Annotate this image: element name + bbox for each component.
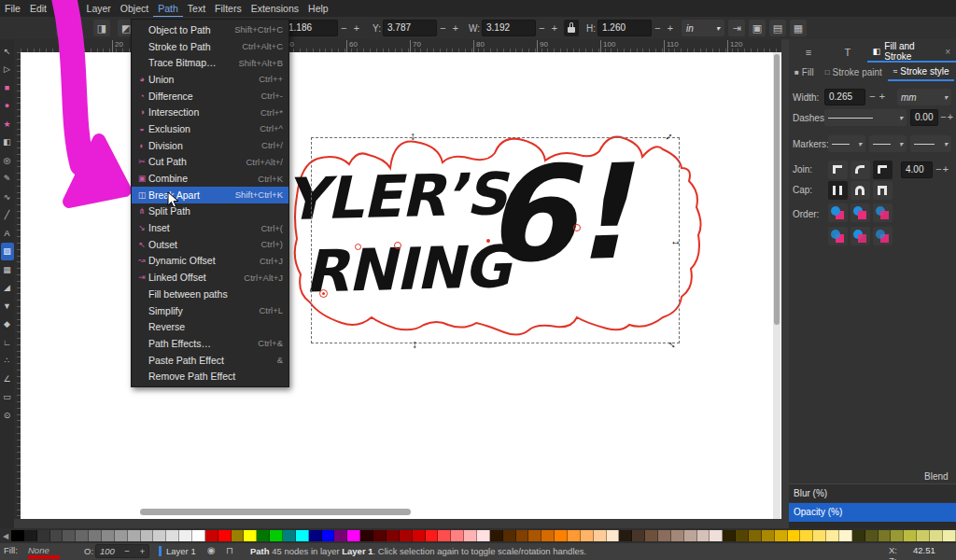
palette-swatch[interactable] — [943, 530, 956, 541]
palette-swatch[interactable] — [541, 530, 555, 541]
palette-swatch[interactable] — [619, 530, 632, 541]
palette-swatch[interactable] — [904, 530, 917, 541]
width-unit-dropdown[interactable]: mm▾ — [897, 89, 951, 105]
opacity-control[interactable]: Opacity (%) — [789, 503, 956, 522]
connector-tool-icon[interactable]: ∟ — [1, 333, 14, 352]
width-stepper[interactable]: −+ — [869, 91, 889, 102]
node-tool-icon[interactable]: ▷ — [1, 61, 14, 79]
menubar-item[interactable]: Path — [153, 1, 183, 17]
page-tool-icon[interactable]: ▭ — [1, 388, 14, 407]
palette-swatch[interactable] — [788, 530, 801, 541]
palette-swatch[interactable] — [865, 530, 879, 541]
palette-swatch[interactable] — [322, 530, 335, 541]
opacity-widget[interactable]: 100−+ — [95, 544, 149, 558]
palette-swatch[interactable] — [76, 530, 89, 541]
join-round-button[interactable] — [851, 161, 870, 179]
palette-swatch[interactable] — [24, 530, 37, 541]
palette-swatch[interactable] — [930, 530, 943, 541]
palette-swatch[interactable] — [581, 530, 594, 541]
palette-swatch[interactable] — [749, 530, 762, 541]
palette-swatch[interactable] — [115, 530, 128, 541]
palette-swatch[interactable] — [697, 530, 710, 541]
palette-swatch[interactable] — [347, 530, 360, 541]
order-button-6[interactable] — [873, 227, 893, 245]
marker-mid-dropdown[interactable]: ▾ — [869, 135, 907, 152]
palette-swatch[interactable] — [360, 530, 373, 541]
palette-swatch[interactable] — [891, 530, 904, 541]
marker-end-dropdown[interactable]: ▾ — [910, 135, 951, 152]
spray-tool-icon[interactable]: ∴ — [1, 352, 14, 371]
box3d-tool-icon[interactable]: ◧ — [1, 133, 14, 152]
path-menu-item[interactable]: Trace Bitmap… Shift+Alt+B — [132, 54, 288, 71]
palette-swatch[interactable] — [684, 530, 697, 541]
join-miter-button[interactable] — [828, 161, 848, 179]
cap-round-button[interactable] — [851, 181, 870, 200]
scale-stroke-toggle-icon[interactable]: ⇥ — [728, 20, 745, 36]
dash-offset-input[interactable]: 0.00 — [910, 109, 938, 126]
menubar-item[interactable]: File — [0, 1, 25, 16]
palette-swatch[interactable] — [141, 530, 154, 541]
path-menu-item[interactable]: ✂ Cut Path Ctrl+Alt+/ — [132, 154, 288, 171]
horizontal-scrollbar[interactable] — [140, 509, 411, 515]
fill-stroke-tab[interactable]: ◧ Fill and Stroke × — [867, 42, 956, 63]
w-input[interactable]: 3.192 — [482, 20, 536, 36]
palette-swatch[interactable] — [438, 530, 451, 541]
join-bevel-button[interactable] — [873, 161, 893, 179]
path-menu-item[interactable]: ↝ Dynamic Offset Ctrl+J — [132, 253, 288, 270]
star-tool-icon[interactable]: ★ — [1, 115, 14, 133]
scale-handle-bottom[interactable]: ↕ — [412, 340, 417, 349]
palette-swatch[interactable] — [568, 530, 581, 541]
palette-swatch[interactable] — [917, 530, 930, 541]
y-input[interactable]: 3.787 — [383, 20, 437, 36]
path-menu-item[interactable]: Paste Path Effect & — [132, 352, 288, 369]
path-menu-item[interactable]: ◕ Union Ctrl++ — [132, 71, 288, 88]
palette-swatch[interactable] — [645, 530, 658, 541]
x-stepper[interactable]: −+ — [338, 22, 362, 34]
text-panel-tab[interactable]: T — [828, 42, 867, 63]
miter-limit-input[interactable]: 4.00 — [901, 161, 933, 178]
path-menu-item[interactable]: ◑ Intersection Ctrl+* — [132, 104, 288, 120]
palette-swatch[interactable] — [736, 530, 749, 541]
scale-corners-toggle-icon[interactable]: ▣ — [749, 20, 766, 36]
x-input[interactable]: 1.186 — [284, 20, 338, 36]
dropper-tool-icon[interactable]: ◢ — [1, 279, 14, 298]
spiral-tool-icon[interactable]: ◎ — [1, 151, 14, 170]
palette-swatch[interactable] — [451, 530, 464, 541]
zoom-tool-icon[interactable]: ⊙ — [1, 406, 14, 425]
palette-swatch[interactable] — [232, 530, 245, 541]
cap-butt-button[interactable] — [828, 181, 848, 200]
palette-swatch[interactable] — [400, 530, 413, 541]
path-menu-item[interactable]: ↘ Inset Ctrl+( — [132, 219, 288, 236]
palette-swatch[interactable] — [826, 530, 839, 541]
palette-swatch[interactable] — [607, 530, 620, 541]
palette-swatch[interactable] — [464, 530, 477, 541]
palette-swatch[interactable] — [503, 530, 516, 541]
unit-dropdown[interactable]: in▾ — [682, 20, 724, 36]
palette-swatch[interactable] — [128, 530, 141, 541]
selector-tool-icon[interactable]: ↖ — [1, 42, 14, 61]
path-menu-item[interactable]: ◒ Exclusion Ctrl+^ — [132, 120, 288, 137]
palette-swatch[interactable] — [153, 530, 166, 541]
palette-swatch[interactable] — [723, 530, 736, 541]
move-patterns-toggle-icon[interactable]: ▦ — [790, 20, 807, 36]
palette-swatch[interactable] — [594, 530, 607, 541]
close-icon[interactable]: × — [945, 47, 950, 57]
palette-swatch[interactable] — [555, 530, 568, 541]
menubar-item[interactable]: Layer — [82, 1, 116, 16]
move-gradients-toggle-icon[interactable]: ▤ — [769, 20, 786, 36]
layer-lock-icon[interactable]: ⊓ — [226, 545, 233, 555]
palette-swatch[interactable] — [658, 530, 671, 541]
palette-swatch[interactable] — [89, 530, 102, 541]
palette-swatch[interactable] — [490, 530, 503, 541]
path-menu-item[interactable]: ⋔ Split Path — [132, 203, 288, 220]
calligraphy-tool-icon[interactable]: ╱ — [1, 206, 14, 225]
path-menu-item[interactable]: Stroke to Path Ctrl+Alt+C — [132, 38, 288, 55]
palette-swatch[interactable] — [270, 530, 283, 541]
palette-scroll-left-icon[interactable]: ◀ — [0, 532, 11, 540]
palette-swatch[interactable] — [413, 530, 426, 541]
pencil-tool-icon[interactable]: ✎ — [1, 170, 14, 189]
palette-swatch[interactable] — [710, 530, 723, 541]
palette-swatch[interactable] — [477, 530, 490, 541]
path-menu-item[interactable]: Simplify Ctrl+L — [132, 302, 288, 319]
y-stepper[interactable]: −+ — [437, 22, 461, 34]
